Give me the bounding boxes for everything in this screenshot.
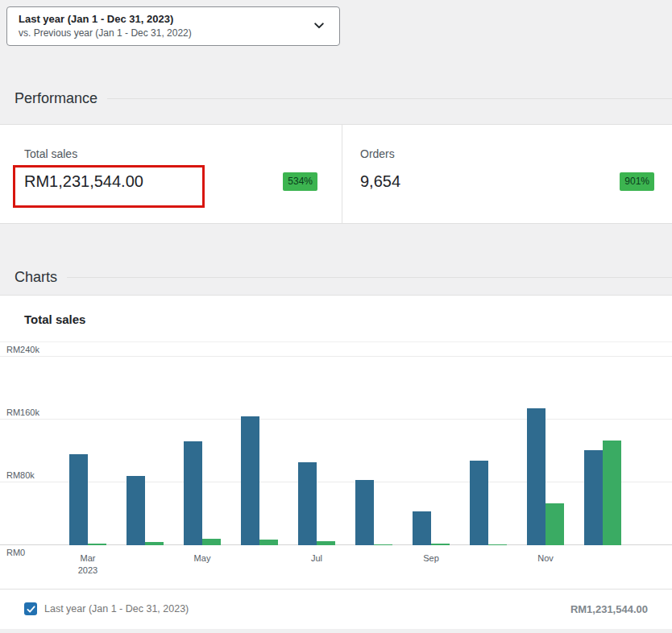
bar-mar[interactable] — [88, 544, 106, 545]
bar-group-aug[interactable] — [355, 480, 392, 545]
chart-x-axis: Mar2023MayJulSepNov — [48, 545, 661, 589]
date-range-secondary: vs. Previous year (Jan 1 - Dec 31, 2022) — [19, 27, 312, 39]
bar-group-apr[interactable] — [127, 476, 164, 545]
bar-group-jun[interactable] — [241, 416, 278, 545]
chevron-down-icon — [312, 19, 326, 33]
bar-dec[interactable] — [603, 441, 621, 545]
x-axis-label: May — [184, 552, 221, 589]
bar-oct[interactable] — [488, 544, 507, 545]
total-sales-value-row: RM1,231,544.00 534% — [24, 172, 317, 191]
total-sales-label: Total sales — [24, 147, 317, 160]
bar-may[interactable] — [202, 539, 221, 545]
total-sales-chart-card: Total sales RM240k RM160k RM80k RM0 Mar2… — [0, 295, 672, 629]
bar-nov[interactable] — [545, 503, 564, 545]
stat-badge: 534% — [283, 172, 317, 190]
x-axis-label — [127, 552, 164, 589]
bar-nov[interactable] — [527, 408, 545, 545]
orders-label: Orders — [360, 147, 654, 160]
charts-section-title: Charts — [15, 269, 57, 286]
charts-section-header: Charts — [15, 269, 672, 286]
chart-title-block: Total sales — [0, 296, 672, 342]
bar-dec[interactable] — [584, 450, 603, 545]
checkmark-icon — [27, 605, 35, 614]
orders-card[interactable]: Orders 9,654 901% — [342, 125, 672, 223]
bar-oct[interactable] — [470, 461, 488, 545]
x-axis-label — [470, 552, 507, 589]
x-axis-label: Mar2023 — [69, 552, 106, 589]
bar-aug[interactable] — [374, 544, 392, 545]
bar-group-dec[interactable] — [584, 441, 621, 545]
total-sales-value: RM1,231,544.00 — [24, 172, 143, 191]
date-range-texts: Last year (Jan 1 - Dec 31, 2023) vs. Pre… — [19, 13, 312, 39]
bar-jul[interactable] — [298, 462, 317, 545]
bar-apr[interactable] — [127, 476, 145, 545]
orders-value: 9,654 — [360, 172, 400, 191]
legend-label: Last year (Jan 1 - Dec 31, 2023) — [44, 603, 189, 614]
bar-group-may[interactable] — [184, 441, 221, 545]
bar-group-sep[interactable] — [413, 511, 450, 545]
chart-title: Total sales — [24, 312, 648, 326]
y-axis-label: RM80k — [6, 470, 35, 480]
bar-jun[interactable] — [241, 416, 259, 545]
stat-badge: 901% — [620, 172, 654, 190]
x-axis-label — [584, 552, 621, 589]
bar-group-oct[interactable] — [470, 461, 507, 545]
x-axis-label — [355, 552, 392, 589]
bar-group-mar[interactable] — [69, 454, 106, 545]
legend-item-last-year[interactable]: Last year (Jan 1 - Dec 31, 2023) RM1,231… — [0, 589, 672, 628]
chart-bars — [48, 408, 661, 545]
section-divider — [67, 277, 672, 278]
x-axis-label: Nov — [527, 552, 564, 589]
legend-checkbox[interactable] — [24, 602, 37, 615]
bar-may[interactable] — [184, 441, 202, 545]
gridline — [0, 356, 672, 357]
performance-cards-row: Total sales RM1,231,544.00 534% Orders 9… — [0, 124, 672, 224]
y-axis-label: RM240k — [6, 345, 39, 354]
bar-sep[interactable] — [413, 511, 431, 545]
bar-apr[interactable] — [145, 542, 164, 545]
date-range-primary: Last year (Jan 1 - Dec 31, 2023) — [19, 13, 312, 25]
performance-section-header: Performance — [15, 90, 672, 107]
date-range-selector[interactable]: Last year (Jan 1 - Dec 31, 2023) vs. Pre… — [6, 6, 340, 46]
section-divider — [107, 98, 672, 99]
y-axis-label: RM160k — [6, 408, 39, 417]
bar-group-jul[interactable] — [298, 462, 335, 545]
bar-mar[interactable] — [69, 454, 88, 545]
x-axis-label: Jul — [298, 552, 335, 589]
x-axis-label — [241, 552, 278, 589]
bar-jun[interactable] — [259, 540, 278, 545]
legend-value: RM1,231,544.00 — [570, 603, 648, 615]
x-axis-label: Sep — [413, 552, 450, 589]
bar-sep[interactable] — [431, 544, 450, 545]
y-axis-label: RM0 — [6, 548, 25, 557]
orders-value-row: 9,654 901% — [360, 172, 654, 191]
chart-plot: RM240k RM160k RM80k RM0 — [0, 342, 672, 545]
bar-jul[interactable] — [317, 541, 335, 545]
performance-section-title: Performance — [15, 90, 97, 107]
bar-aug[interactable] — [355, 480, 374, 545]
total-sales-card[interactable]: Total sales RM1,231,544.00 534% — [0, 125, 342, 223]
bar-group-nov[interactable] — [527, 408, 564, 545]
